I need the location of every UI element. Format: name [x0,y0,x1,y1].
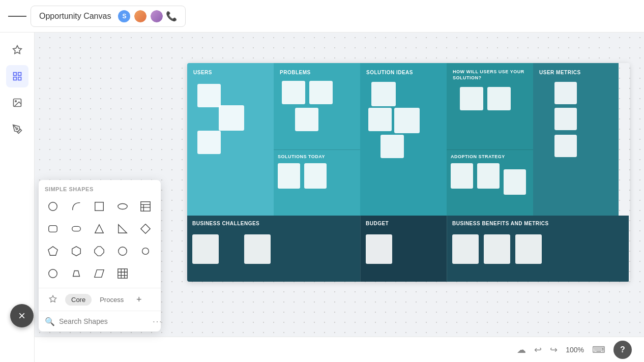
svg-rect-10 [141,202,150,211]
shapes-grid [39,196,161,288]
svg-point-9 [118,204,127,209]
solution-ideas-title: SOLUTION IDEAS [366,69,441,76]
biz-benefits-title: BUSINESS BENEFITS AND METRICS [452,221,624,226]
keyboard-icon[interactable]: ⌨ [592,344,605,355]
cell-users: USERS [187,63,274,216]
document-title: Opportunity Canvas [39,12,111,21]
topbar: Opportunity Canvas S 📞 [0,0,644,33]
svg-point-24 [49,269,57,278]
svg-point-7 [49,202,57,211]
shape-pentagon[interactable] [43,241,63,261]
shape-panel: SIMPLE SHAPES [39,180,161,331]
search-icon: 🔍 [45,317,55,326]
shape-rounded-rect2[interactable] [66,219,86,239]
avatar-s: S [117,9,131,23]
svg-point-23 [142,248,149,255]
svg-marker-18 [141,224,150,233]
svg-marker-17 [119,225,127,233]
redo-icon[interactable]: ↪ [550,344,558,355]
shape-circle2[interactable] [112,241,133,261]
document-title-bar[interactable]: Opportunity Canvas S 📞 [31,6,186,27]
shape-circle[interactable] [43,196,63,217]
menu-button[interactable] [8,7,26,25]
svg-rect-2 [18,77,21,80]
cell-user-metrics: USER METRICS [533,63,619,216]
tab-process[interactable]: Process [94,294,130,306]
cell-business-benefits: BUSINESS BENEFITS AND METRICS [447,216,629,282]
svg-rect-1 [18,73,21,76]
shape-arc[interactable] [66,196,86,217]
undo-icon[interactable]: ↩ [534,344,542,355]
cloud-icon[interactable]: ☁ [517,344,526,355]
shape-grid2[interactable] [112,263,133,284]
sidebar-btn-image[interactable] [6,92,28,114]
adoption-strategy-title: ADOPTION STRATEGY [447,150,533,161]
shape-octagon[interactable] [89,241,109,261]
avatar-2 [150,9,164,23]
svg-rect-3 [13,77,16,80]
help-button[interactable]: ? [613,341,632,359]
shape-diamond[interactable] [135,219,156,239]
svg-marker-19 [48,247,57,255]
svg-point-22 [119,247,127,256]
search-input[interactable] [59,317,148,325]
svg-marker-26 [95,270,104,278]
tab-icon[interactable] [43,293,63,307]
how-users-title: HOW WILL USERS USE YOUR SOLUTION? [453,69,527,81]
cell-business-challenges: BUSINESS CHALLENGES [187,216,360,282]
shape-blank[interactable] [135,263,156,284]
shape-circle3[interactable] [135,241,156,261]
svg-marker-21 [95,247,104,256]
opportunity-canvas: USERS PROBLEMS SOLUTIONS TODAY [187,63,630,282]
cell-budget: BUDGET [360,216,447,282]
svg-marker-25 [73,271,79,277]
more-options-icon[interactable]: ⋯ [152,315,161,327]
collaborators: S 📞 [117,9,177,23]
zoom-level: 100% [566,346,584,354]
svg-point-6 [16,128,17,130]
shape-search-bar: 🔍 ⋯ [39,311,161,331]
shape-hexagon[interactable] [66,241,86,261]
shape-circle4[interactable] [43,263,63,284]
shape-trapezoid[interactable] [66,263,86,284]
shape-panel-label: SIMPLE SHAPES [39,180,161,196]
shape-triangle[interactable] [89,219,109,239]
fab-close[interactable]: × [10,304,34,327]
user-metrics-title: USER METRICS [539,69,612,76]
shape-square[interactable] [89,196,109,217]
svg-point-5 [15,101,16,102]
tab-core[interactable]: Core [65,294,92,306]
shape-ellipse[interactable] [112,196,133,217]
svg-rect-14 [49,226,57,232]
shape-tabs: Core Process + [39,288,161,311]
shape-rounded-rect[interactable] [43,219,63,239]
shape-table[interactable] [135,196,156,217]
tab-add[interactable]: + [132,292,146,307]
shape-right-triangle[interactable] [112,219,133,239]
svg-marker-20 [72,247,80,256]
call-icon[interactable]: 📞 [166,11,177,22]
bottom-bar: ☁ ↩ ↪ 100% ⌨ ? [35,337,644,362]
budget-title: BUDGET [366,221,442,226]
svg-rect-8 [95,202,104,211]
shape-parallelogram[interactable] [89,263,109,284]
svg-rect-27 [118,269,127,278]
users-title: USERS [193,69,268,76]
solutions-today-title: SOLUTIONS TODAY [274,150,360,161]
svg-rect-15 [72,226,80,231]
sidebar-btn-crop[interactable] [6,65,28,87]
svg-marker-16 [95,225,104,233]
svg-rect-0 [13,73,16,76]
cell-solution-ideas: SOLUTION IDEAS [360,63,447,216]
avatar-1 [133,9,148,23]
biz-challenges-title: BUSINESS CHALLENGES [192,221,355,226]
cell-how-will-users: HOW WILL USERS USE YOUR SOLUTION? ADOPTI… [447,63,533,216]
problems-title: PROBLEMS [280,69,354,76]
sidebar-btn-draw[interactable] [6,118,28,140]
sidebar-btn-shapes[interactable] [6,39,28,61]
cell-problems: PROBLEMS SOLUTIONS TODAY [274,63,360,216]
